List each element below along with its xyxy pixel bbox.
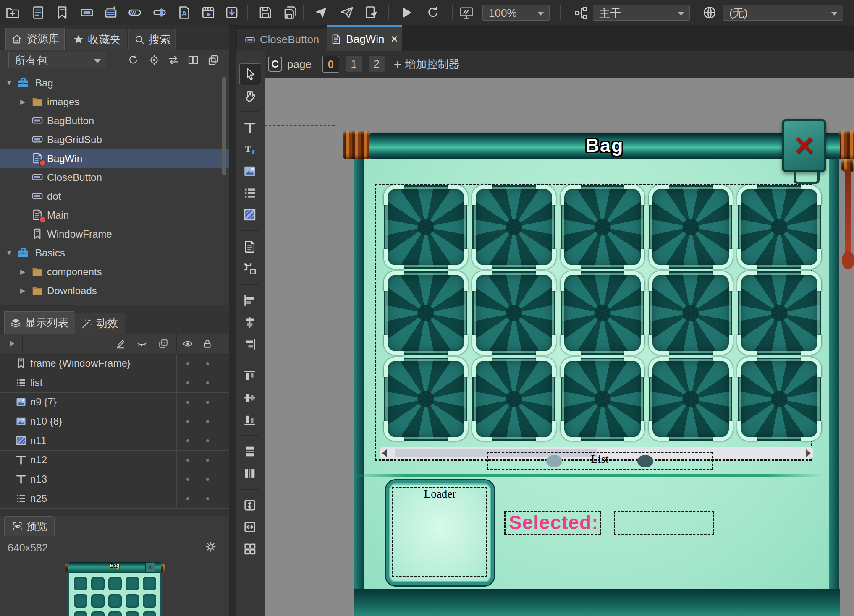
tool-cursor[interactable] (239, 63, 261, 85)
collapse-arrow-icon[interactable]: ▶ (20, 262, 25, 281)
expand-arrow-icon[interactable]: ▼ (6, 243, 13, 262)
tool-match-height[interactable] (239, 495, 260, 516)
tool-align-center-v[interactable] (239, 387, 260, 408)
tool-component[interactable] (239, 236, 260, 257)
item-slot[interactable] (562, 187, 643, 267)
visible-dot[interactable] (186, 381, 189, 384)
tab-close-icon[interactable]: ✕ (390, 34, 398, 45)
close-button[interactable]: ✕ (782, 119, 826, 172)
tree-item-CloseButton[interactable]: CloseButton (0, 168, 229, 187)
tool-align-left[interactable] (239, 290, 260, 311)
tree-item-dot[interactable]: dot (0, 187, 229, 206)
tab-CloseButton[interactable]: CloseButton (237, 29, 327, 51)
locked-dot[interactable] (206, 420, 209, 423)
item-slot[interactable] (650, 359, 731, 439)
new-text-icon[interactable]: A (177, 5, 192, 20)
selected-value-bounds[interactable] (614, 511, 714, 535)
tree-item-Basics[interactable]: ▼Basics (0, 243, 229, 262)
tool-text[interactable] (239, 117, 260, 138)
locate-icon[interactable] (148, 54, 160, 66)
item-slot[interactable] (739, 187, 820, 267)
tool-align-center-h[interactable] (239, 312, 260, 333)
new-progressbar-icon[interactable] (127, 5, 142, 20)
publish-desc-icon[interactable] (364, 5, 379, 20)
tool-transform[interactable] (239, 258, 260, 279)
tool-hand[interactable] (239, 85, 260, 106)
selected-label-bounds[interactable]: Selected: (504, 511, 601, 535)
locked-dot[interactable] (206, 478, 209, 481)
tool-align-right[interactable] (239, 334, 260, 355)
new-package-icon[interactable] (5, 5, 20, 20)
save-icon[interactable] (258, 5, 273, 20)
item-slot[interactable] (562, 273, 643, 353)
tool-grid[interactable] (239, 538, 260, 559)
tree-item-BagGridSub[interactable]: BagGridSub (0, 130, 229, 149)
list-item-n10 {8}[interactable]: n10 {8} (0, 412, 229, 431)
new-component-icon[interactable] (31, 5, 46, 20)
page-button-0[interactable]: 0 (322, 56, 339, 73)
publish-icon[interactable] (313, 5, 328, 20)
tool-dist-rows[interactable] (239, 441, 260, 462)
tree-item-Main[interactable]: Main (0, 206, 229, 224)
list-item-n11[interactable]: n11 (0, 431, 229, 451)
add-controller-button[interactable]: 增加控制器 (405, 57, 460, 72)
columns-icon[interactable] (187, 54, 199, 66)
clone-icon[interactable] (158, 338, 169, 349)
new-slider-icon[interactable] (152, 5, 167, 20)
new-combobox-icon[interactable] (103, 5, 118, 20)
new-label-icon[interactable] (55, 5, 70, 20)
item-slot[interactable] (385, 359, 466, 439)
locked-dot[interactable] (206, 459, 209, 462)
list-item-list[interactable]: list (0, 373, 229, 393)
tree-item-components[interactable]: ▶components (0, 262, 229, 281)
locked-dot[interactable] (206, 401, 209, 404)
item-slot[interactable] (650, 187, 731, 267)
tool-align-top[interactable] (239, 365, 260, 386)
language-select[interactable]: (无) (723, 5, 843, 21)
page-button-1[interactable]: 1 (346, 56, 362, 72)
tool-match-width[interactable] (239, 517, 260, 538)
list-item-n9 {7}[interactable]: n9 {7} (0, 392, 229, 412)
scroll-right-arrow-icon[interactable] (806, 449, 811, 457)
save-all-icon[interactable] (283, 5, 298, 20)
gear-icon[interactable] (204, 540, 217, 553)
expand-play-icon[interactable] (7, 339, 17, 349)
tab-显示列表[interactable]: 显示列表 (4, 311, 74, 334)
item-slot[interactable] (739, 273, 820, 353)
item-slot[interactable] (474, 359, 554, 439)
tree-scrollbar[interactable] (222, 77, 226, 175)
visible-dot[interactable] (186, 401, 189, 404)
package-filter-dropdown[interactable]: 所有包 (8, 52, 106, 68)
locked-dot[interactable] (206, 381, 209, 384)
item-slot[interactable] (739, 359, 820, 439)
tree-item-Bag[interactable]: ▼Bag (0, 73, 229, 92)
swap-icon[interactable] (167, 54, 180, 66)
tab-搜索[interactable]: 搜索 (128, 29, 176, 50)
add-controller-plus[interactable]: + (394, 58, 402, 70)
collapse-arrow-icon[interactable]: ▶ (20, 92, 25, 111)
visible-dot[interactable] (186, 439, 189, 442)
tool-list[interactable] (239, 183, 260, 204)
visible-dot[interactable] (186, 420, 189, 423)
tab-资源库[interactable]: 资源库 (5, 28, 65, 50)
pencil-icon[interactable] (115, 338, 126, 349)
visible-dot[interactable] (186, 478, 189, 481)
item-slot[interactable] (385, 187, 466, 267)
page-button-2[interactable]: 2 (369, 56, 385, 72)
locked-dot[interactable] (206, 497, 209, 500)
list-item-n25[interactable]: n25 (0, 489, 229, 509)
refresh-icon[interactable] (425, 5, 440, 20)
tree-item-BagButton[interactable]: BagButton (0, 111, 229, 130)
visible-dot[interactable] (186, 497, 189, 500)
tab-preview[interactable]: 预览 (4, 516, 55, 536)
item-slot[interactable] (562, 359, 643, 439)
locked-dot[interactable] (206, 362, 209, 365)
expand-arrow-icon[interactable]: ▼ (6, 73, 13, 92)
item-slot[interactable] (474, 187, 554, 267)
lock-icon[interactable] (202, 338, 213, 349)
tab-收藏夹[interactable]: 收藏夹 (66, 29, 127, 50)
tab-动效[interactable]: 动效 (74, 313, 125, 334)
visible-dot[interactable] (186, 362, 189, 365)
branch-select[interactable]: 主干 (593, 5, 690, 21)
tool-loader[interactable] (239, 204, 260, 225)
